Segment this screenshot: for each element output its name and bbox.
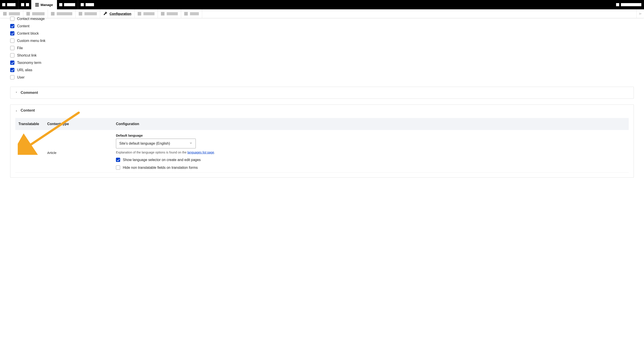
checkbox[interactable] xyxy=(116,158,120,162)
checkbox[interactable] xyxy=(116,165,120,170)
entity-type-label: URL alias xyxy=(17,68,32,72)
topbar-segment[interactable] xyxy=(57,0,77,9)
chevron-down-icon xyxy=(189,142,192,146)
section-content-toggle[interactable]: Content xyxy=(10,105,634,116)
divider xyxy=(78,0,78,9)
divider xyxy=(18,0,18,9)
placeholder-text xyxy=(7,3,16,6)
placeholder-text xyxy=(9,12,20,15)
placeholder-icon xyxy=(59,3,62,6)
topbar-segment[interactable] xyxy=(78,0,96,9)
checkbox[interactable] xyxy=(10,46,14,50)
col-header-translatable: Translatable xyxy=(15,118,44,130)
topbar-segment[interactable] xyxy=(0,0,18,9)
entity-type-row[interactable]: User xyxy=(10,74,634,81)
entity-type-label: Content xyxy=(17,24,30,28)
placeholder-icon xyxy=(26,3,29,6)
checkbox[interactable] xyxy=(10,39,14,43)
translatable-checkbox[interactable] xyxy=(18,151,22,155)
entity-type-label: Shortcut link xyxy=(17,54,36,58)
entity-type-row[interactable]: Contact message xyxy=(10,15,634,23)
section-content: Content Translatable Content type Config… xyxy=(10,105,634,178)
section-title: Content xyxy=(20,108,35,113)
checkbox-label: Hide non translatable fields on translat… xyxy=(123,166,198,170)
hamburger-icon xyxy=(35,3,39,7)
section-content-body: Translatable Content type Configuration … xyxy=(10,118,634,177)
checkbox[interactable] xyxy=(10,68,14,72)
topbar-tab-label: Manage xyxy=(40,3,53,7)
topbar-right xyxy=(616,0,644,9)
placeholder-text xyxy=(167,12,178,15)
checkbox[interactable] xyxy=(10,75,14,79)
placeholder-icon[interactable] xyxy=(616,3,619,6)
content-config-table: Translatable Content type Configuration … xyxy=(15,118,629,173)
entity-type-row[interactable]: URL alias xyxy=(10,66,634,74)
admin-topbar: Manage xyxy=(0,0,644,9)
placeholder-text xyxy=(144,12,154,15)
help-suffix: . xyxy=(214,151,215,154)
placeholder-icon xyxy=(2,3,5,6)
entity-type-row[interactable]: Content xyxy=(10,23,634,30)
placeholder-text xyxy=(84,12,97,15)
placeholder-text[interactable] xyxy=(621,3,641,6)
col-header-configuration: Configuration xyxy=(113,118,629,130)
checkbox[interactable] xyxy=(10,17,14,21)
cell-configuration: Default language Site's default language… xyxy=(113,130,629,173)
default-language-value: Site's default language (English) xyxy=(119,142,170,146)
cell-content-type: Article xyxy=(44,130,113,173)
placeholder-icon xyxy=(81,3,84,6)
entity-type-row[interactable]: Content block xyxy=(10,30,634,37)
chevron-up-icon xyxy=(15,108,18,113)
checkbox[interactable] xyxy=(10,53,14,58)
default-language-select[interactable]: Site's default language (English) xyxy=(116,139,196,148)
placeholder-text xyxy=(64,3,75,6)
section-title: Comment xyxy=(20,91,38,95)
help-prefix: Explanation of the language options is f… xyxy=(116,151,187,154)
entity-type-row[interactable]: Custom menu link xyxy=(10,37,634,44)
entity-type-label: Custom menu link xyxy=(17,39,46,43)
checkbox-label: Show language selector on create and edi… xyxy=(123,158,201,162)
checkbox[interactable] xyxy=(10,24,14,28)
col-header-content-type: Content type xyxy=(44,118,113,130)
checkbox[interactable] xyxy=(10,61,14,65)
placeholder-text xyxy=(57,12,72,15)
content-type-label: Article xyxy=(47,151,56,155)
topbar-left: Manage xyxy=(0,0,96,9)
entity-type-label: Content block xyxy=(17,32,39,36)
page-content: Contact message Content Content block Cu… xyxy=(0,15,644,191)
entity-type-row[interactable]: File xyxy=(10,44,634,52)
checkbox[interactable] xyxy=(10,31,14,36)
cell-translatable xyxy=(15,130,44,173)
default-language-help: Explanation of the language options is f… xyxy=(116,151,626,154)
placeholder-text xyxy=(32,12,44,15)
chevron-down-icon xyxy=(15,91,18,95)
entity-type-row[interactable]: Taxonomy term xyxy=(10,59,634,66)
section-comment-toggle[interactable]: Comment xyxy=(10,87,634,99)
placeholder-text xyxy=(190,12,199,15)
placeholder-text xyxy=(86,3,94,6)
languages-list-link[interactable]: languages list page xyxy=(187,151,214,154)
placeholder-icon xyxy=(21,3,24,6)
show-language-selector-row[interactable]: Show language selector on create and edi… xyxy=(116,158,626,162)
entity-type-label: User xyxy=(17,75,24,79)
entity-type-row[interactable]: Shortcut link xyxy=(10,52,634,59)
topbar-tab-manage[interactable]: Manage xyxy=(31,0,57,9)
content-type-row: Article Default language Site's default … xyxy=(15,130,629,173)
entity-type-label: File xyxy=(17,46,23,50)
entity-type-checklist: Contact message Content Content block Cu… xyxy=(10,15,634,81)
section-comment: Comment xyxy=(10,87,634,99)
topbar-segment[interactable] xyxy=(19,0,31,9)
entity-type-label: Taxonomy term xyxy=(17,61,41,65)
default-language-label: Default language xyxy=(116,134,626,137)
hide-non-translatable-row[interactable]: Hide non translatable fields on translat… xyxy=(116,165,626,170)
entity-type-label: Contact message xyxy=(17,17,45,21)
